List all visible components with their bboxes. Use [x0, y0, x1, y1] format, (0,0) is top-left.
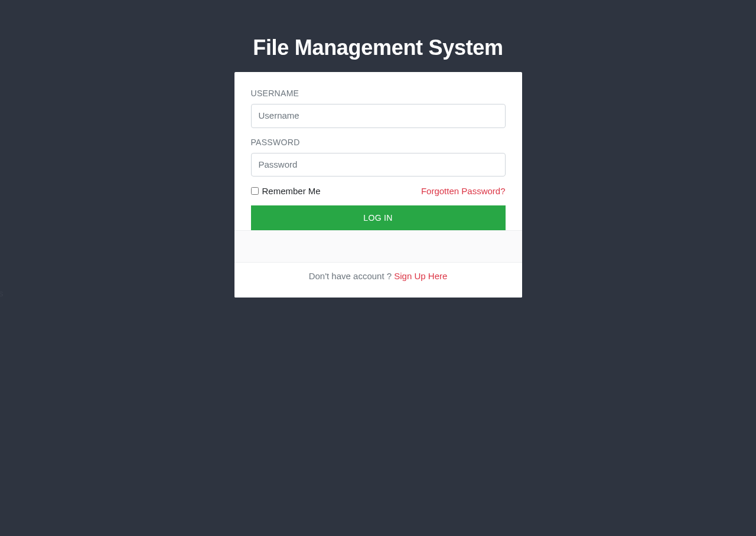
page-title: File Management System [234, 35, 522, 60]
login-card-body: USERNAME PASSWORD Remember Me Forgotten … [234, 72, 522, 230]
username-input[interactable] [251, 104, 506, 128]
login-button[interactable]: LOG IN [251, 205, 506, 230]
remember-wrap: Remember Me [251, 186, 321, 196]
remember-label[interactable]: Remember Me [262, 186, 321, 196]
password-label: PASSWORD [251, 138, 506, 147]
login-card: USERNAME PASSWORD Remember Me Forgotten … [234, 72, 522, 298]
username-group: USERNAME [251, 89, 506, 128]
stray-text: s [0, 288, 4, 298]
signup-footer: Don't have account ? Sign Up Here [234, 263, 522, 298]
login-container: File Management System USERNAME PASSWORD… [234, 0, 522, 298]
password-group: PASSWORD [251, 138, 506, 177]
signup-prompt: Don't have account ? [309, 271, 395, 281]
remember-row: Remember Me Forgotten Password? [251, 186, 506, 196]
spacer-band [234, 230, 522, 263]
remember-checkbox[interactable] [251, 187, 259, 195]
signup-link[interactable]: Sign Up Here [394, 271, 447, 281]
forgot-password-link[interactable]: Forgotten Password? [421, 186, 506, 196]
username-label: USERNAME [251, 89, 506, 98]
password-input[interactable] [251, 153, 506, 177]
